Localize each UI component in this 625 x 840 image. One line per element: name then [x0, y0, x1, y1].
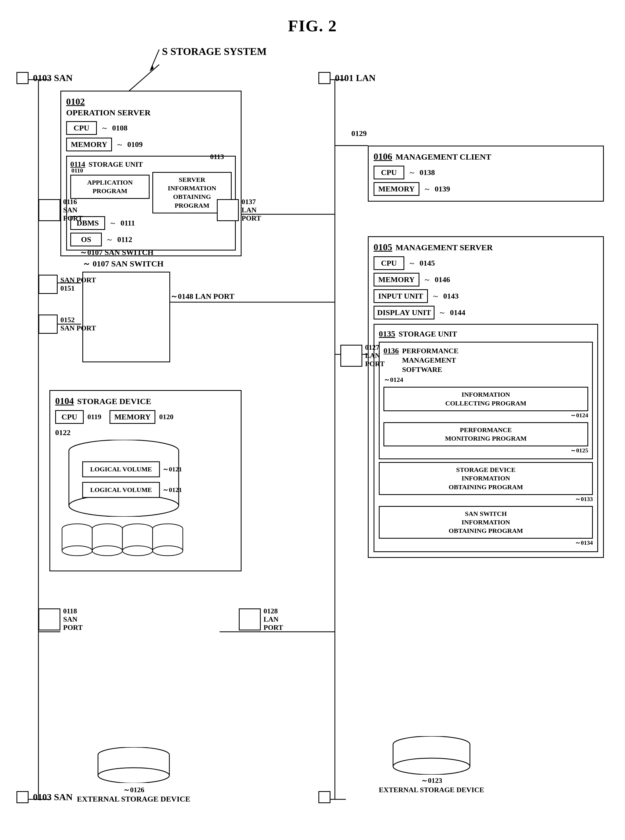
app-program-box: APPLICATIONPROGRAM — [70, 175, 149, 199]
lan-port-0127: 0127LANPORT — [340, 343, 384, 368]
lan-port-0148: ～0148 LAN PORT — [170, 291, 235, 302]
op-lan-port: 0137LANPORT — [217, 198, 261, 223]
mc-memory-box: MEMORY — [373, 182, 420, 196]
lan-top-right: 0101 LAN — [319, 72, 376, 84]
op-cpu-box: CPU — [66, 121, 97, 135]
ms-su-id: 0135 — [379, 329, 395, 338]
svg-point-33 — [62, 546, 92, 556]
os-box: OS — [70, 233, 102, 246]
ms-cpu-box: CPU — [373, 256, 404, 270]
lan-port-0129: 0129 — [351, 129, 367, 138]
storage-system-arrow — [148, 50, 165, 72]
cylinder-container: LOGICAL VOLUME ～0121 LOGICAL VOLUME ～012… — [55, 440, 236, 518]
ms-id: 0105 — [373, 242, 392, 252]
svg-point-58 — [393, 758, 470, 775]
dbms-id: 0111 — [121, 219, 135, 228]
ext-storage-right: ～0123 EXTERNAL STORAGE DEVICE — [379, 736, 484, 795]
san-switch-id-label: ～0107 SAN SWITCH — [79, 247, 154, 258]
ms-input-unit-box: INPUT UNIT — [373, 289, 428, 303]
ms-display-unit-box: DISPLAY UNIT — [373, 306, 434, 319]
lan-box-top — [319, 72, 331, 84]
disk-cylinder — [55, 521, 236, 566]
svg-point-53 — [98, 768, 169, 783]
sd-cpu-box: CPU — [55, 410, 84, 424]
san-port-0151: SAN PORT0151 — [39, 275, 96, 294]
svg-point-38 — [92, 546, 123, 556]
operation-server: 0102 OPERATION SERVER CPU ～ 0108 MEMORY … — [61, 90, 241, 256]
svg-marker-17 — [149, 65, 154, 72]
op-cpu-arrow: ～ — [101, 123, 109, 133]
ext-storage-right-label: EXTERNAL STORAGE DEVICE — [379, 785, 484, 795]
svg-text:～0121: ～0121 — [162, 486, 182, 493]
operation-server-id: 0102 — [66, 97, 85, 107]
sd-label: STORAGE DEVICE — [77, 397, 151, 406]
op-cpu-id: 0108 — [112, 124, 127, 132]
sd-id: 0104 — [55, 396, 74, 406]
mc-label: MANAGEMENT CLIENT — [395, 152, 491, 162]
san-top-label: 0103 SAN — [33, 73, 73, 83]
sd-memory-box: MEMORY — [109, 410, 155, 424]
info-collecting-box: INFORMATIONCOLLECTING PROGRAM — [384, 387, 588, 411]
svg-text:LOGICAL VOLUME: LOGICAL VOLUME — [90, 486, 152, 493]
management-client: 0106 MANAGEMENT CLIENT CPU ～ 0138 MEMORY… — [368, 146, 604, 202]
san-box-bottom — [17, 791, 28, 803]
san-switch-info-box: SAN SWITCHINFORMATIONOBTAINING PROGRAM — [379, 506, 593, 539]
op-memory-box: MEMORY — [66, 138, 112, 151]
perf-mgmt-software: 0136 PERFORMANCEMANAGEMENTSOFTWARE ～0124… — [379, 342, 593, 459]
perf-monitoring-box: PERFORMANCEMONITORING PROGRAM — [384, 422, 588, 446]
disks-svg — [55, 521, 193, 564]
op-su-label: STORAGE UNIT — [89, 161, 143, 169]
storage-system-label: S STORAGE SYSTEM — [162, 45, 267, 58]
app-program-id: 0110 — [72, 167, 83, 174]
svg-point-43 — [123, 546, 152, 556]
ext-storage-bottom-label: EXTERNAL STORAGE DEVICE — [77, 795, 190, 803]
ms-display-unit-id: 0144 — [450, 308, 465, 317]
op-memory-id: 0109 — [127, 140, 143, 149]
ms-input-unit-id: 0143 — [443, 292, 459, 301]
ms-storage-unit: 0135 STORAGE UNIT 0136 PERFORMANCEMANAGE… — [373, 324, 598, 552]
pms-id: 0136 — [384, 346, 399, 355]
lan-bottom-right — [319, 791, 331, 803]
os-id: 0112 — [117, 235, 132, 244]
ext-storage-right-cylinder — [387, 736, 476, 775]
san-port-0152: 0152SAN PORT — [39, 315, 96, 334]
ext-storage-bottom: ～0126 EXTERNAL STORAGE DEVICE — [77, 747, 190, 803]
san-box-top — [17, 72, 28, 84]
lan-box-bottom — [319, 791, 331, 803]
mc-cpu-box: CPU — [373, 166, 404, 179]
operation-server-label: OPERATION SERVER — [66, 108, 236, 117]
ext-storage-cylinder — [92, 747, 175, 783]
svg-text:LOGICAL VOLUME: LOGICAL VOLUME — [90, 466, 152, 473]
storage-device: 0104 STORAGE DEVICE CPU 0119 MEMORY 0120… — [50, 390, 241, 571]
op-su-id2: 0113 — [210, 153, 224, 161]
ms-cpu-id: 0145 — [420, 259, 435, 268]
ms-label: MANAGEMENT SERVER — [395, 243, 493, 252]
pms-label: PERFORMANCEMANAGEMENTSOFTWARE — [402, 346, 459, 374]
raid-group-label: 0122 — [55, 428, 236, 437]
op-san-port: 0116SANPORT — [39, 198, 82, 223]
ms-su-label: STORAGE UNIT — [398, 330, 457, 338]
san-switch: ～ 0107 SAN SWITCH — [82, 258, 170, 362]
mc-id: 0106 — [373, 151, 392, 162]
mc-cpu-id: 0138 — [420, 168, 435, 177]
svg-point-48 — [152, 546, 183, 556]
ms-memory-id: 0146 — [435, 275, 450, 284]
san-top-left: 0103 SAN — [17, 72, 73, 84]
ms-memory-box: MEMORY — [373, 273, 420, 287]
op-storage-unit: 0114 STORAGE UNIT 0113 0110 APPLICATIONP… — [66, 156, 236, 251]
mc-memory-id: 0139 — [435, 185, 450, 193]
page-title: FIG. 2 — [0, 0, 625, 36]
san-bottom-left: 0103 SAN — [17, 791, 73, 803]
cylinder-svg: LOGICAL VOLUME ～0121 LOGICAL VOLUME ～012… — [55, 440, 193, 517]
sd-lan-port: 0128LANPORT — [239, 607, 283, 632]
management-server: 0105 MANAGEMENT SERVER CPU ～ 0145 MEMORY… — [368, 236, 604, 558]
sd-san-port: 0118SANPORT — [39, 607, 82, 632]
sd-info-box: STORAGE DEVICEINFORMATIONOBTAINING PROGR… — [379, 462, 593, 495]
lan-top-label: 0101 LAN — [335, 73, 376, 83]
op-memory-arrow: ～ — [116, 139, 123, 150]
svg-text:～0121: ～0121 — [162, 466, 182, 473]
san-bottom-label: 0103 SAN — [33, 792, 73, 803]
svg-point-22 — [69, 495, 179, 517]
